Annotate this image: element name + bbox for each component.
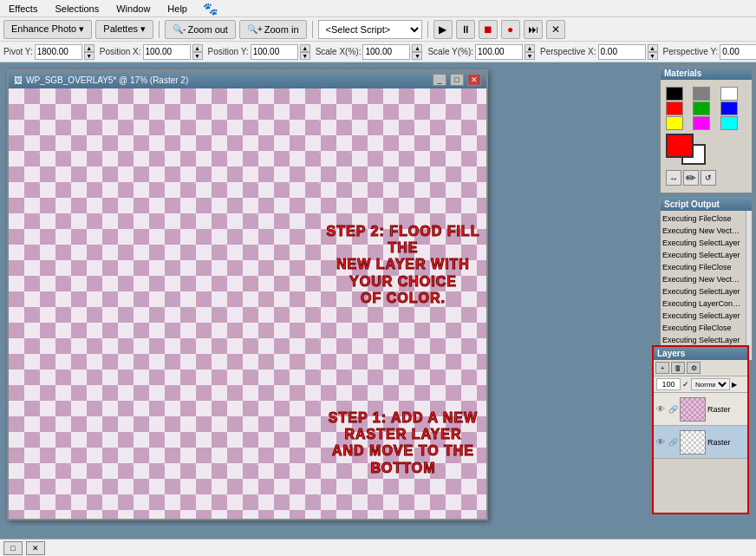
scale-x-spinner[interactable]: ▲ ▼ (412, 44, 422, 60)
cancel-button[interactable]: ✕ (546, 20, 565, 39)
toolbar-separator-3 (427, 21, 428, 38)
position-y-spinner[interactable]: ▲ ▼ (300, 44, 310, 60)
reset-colors-button[interactable]: ↺ (701, 170, 716, 186)
scale-x-field: Scale X(%): ▲ ▼ (316, 44, 423, 60)
zoom-out-icon: 🔍- (173, 24, 186, 34)
layer-1-visibility-icon[interactable]: 👁 (656, 404, 667, 415)
script-select[interactable]: <Select Script> (318, 20, 422, 39)
layers-blend-arrow: ▶ (732, 381, 737, 389)
swatch-gray[interactable] (693, 87, 710, 101)
step1-overlay-text: STEP 1: ADD A NEWRASTER LAYERAND MOVE TO… (321, 409, 486, 476)
perspective-x-spinner[interactable]: ▲ ▼ (648, 44, 658, 60)
foreground-color[interactable] (666, 134, 694, 158)
layers-opacity-row: ✓ Normal Multiply Screen ▶ (654, 376, 747, 393)
swatch-blue[interactable] (720, 101, 738, 115)
enhance-photo-button[interactable]: Enhance Photo ▾ (3, 20, 92, 39)
swatch-white[interactable] (720, 87, 738, 101)
scale-x-label: Scale X(%): (316, 47, 362, 56)
position-x-up[interactable]: ▲ (192, 44, 203, 52)
swatch-magenta[interactable] (693, 116, 710, 130)
pivot-y-down[interactable]: ▼ (84, 52, 94, 60)
scale-x-down[interactable]: ▼ (412, 52, 422, 60)
script-line-2: Executing New Vector L... (662, 225, 744, 237)
eyedropper-button[interactable]: ✏ (683, 170, 699, 186)
scale-x-up[interactable]: ▲ (412, 44, 422, 52)
layer-2-name: Raster (707, 438, 731, 447)
layer-2-visibility-icon[interactable]: 👁 (656, 437, 667, 448)
play-button[interactable]: ▶ (433, 20, 453, 39)
scale-x-input[interactable] (362, 44, 410, 60)
swap-colors-button[interactable]: ↔ (666, 170, 681, 186)
swatch-green[interactable] (693, 101, 710, 115)
swatch-black[interactable] (666, 87, 683, 101)
position-y-input[interactable] (251, 44, 298, 60)
layer-1-name: Raster (707, 405, 731, 414)
zoom-in-button[interactable]: 🔍+ Zoom in (239, 20, 307, 39)
status-bar: □ ✕ (0, 539, 756, 556)
scale-y-spinner[interactable]: ▲ ▼ (525, 44, 535, 60)
swatch-cyan[interactable] (720, 116, 738, 130)
script-line-10: Executing FileClose (662, 322, 744, 334)
perspective-y-input[interactable] (720, 44, 756, 60)
scale-y-input[interactable] (475, 44, 523, 60)
script-line-7: Executing SelectLayer (662, 285, 744, 298)
record-button[interactable]: ● (501, 20, 520, 39)
materials-panel: Materials (660, 66, 753, 193)
layers-toolbar: + 🗑 ⚙ (654, 360, 747, 376)
perspective-x-down[interactable]: ▼ (648, 52, 658, 60)
position-y-down[interactable]: ▼ (300, 52, 310, 60)
menu-window[interactable]: Window (111, 2, 155, 16)
pause-button[interactable]: ⏸ (456, 20, 475, 39)
script-line-5: Executing FileClose (662, 261, 744, 273)
perspective-x-input[interactable] (598, 44, 646, 60)
script-line-6: Executing New Vector L... (662, 273, 744, 285)
layers-new-button[interactable]: + (655, 362, 669, 374)
swatch-yellow[interactable] (666, 116, 683, 130)
palettes-button[interactable]: Palettes ▾ (95, 20, 153, 39)
layer-item-2[interactable]: 👁 🔗 Raster (654, 426, 747, 459)
canvas-maximize-button[interactable]: □ (450, 74, 464, 86)
layers-opacity-input[interactable] (656, 378, 681, 390)
position-y-field: Position Y: ▲ ▼ (208, 44, 310, 60)
scale-y-down[interactable]: ▼ (525, 52, 535, 60)
main-area: 🖼 WP_SGB_OVERLAY5* @ 17% (Raster 2) _ □ … (0, 62, 756, 539)
perspective-y-label: Perspective Y: (663, 47, 719, 56)
position-x-input[interactable] (143, 44, 191, 60)
canvas-close-button[interactable]: ✕ (467, 74, 481, 86)
status-btn-2[interactable]: ✕ (26, 541, 45, 555)
pivot-y-up[interactable]: ▲ (84, 44, 94, 52)
script-scrollbar[interactable] (746, 211, 752, 360)
menu-bar: Effects Selections Window Help 🐾 (0, 0, 756, 17)
swatch-red[interactable] (666, 101, 683, 115)
zoom-out-button[interactable]: 🔍- Zoom out (165, 20, 236, 39)
layers-blend-mode-select[interactable]: Normal Multiply Screen (691, 378, 730, 390)
canvas-minimize-button[interactable]: _ (433, 74, 446, 86)
layer-item-1[interactable]: 👁 🔗 Raster (654, 393, 747, 426)
layers-properties-button[interactable]: ⚙ (687, 362, 701, 374)
perspective-y-field: Perspective Y: ▲ ▼ (663, 44, 756, 60)
menu-help[interactable]: Help (162, 2, 192, 16)
position-x-down[interactable]: ▼ (192, 52, 203, 60)
scale-y-up[interactable]: ▲ (525, 44, 535, 52)
script-output-title: Script Output (661, 198, 752, 211)
toolbar-separator-2 (312, 21, 313, 38)
perspective-x-up[interactable]: ▲ (648, 44, 658, 52)
canvas-icon: 🖼 (14, 75, 23, 85)
stop-button[interactable]: ⏹ (479, 20, 498, 39)
pivot-y-input[interactable] (35, 44, 82, 60)
pivot-y-spinner[interactable]: ▲ ▼ (84, 44, 94, 60)
layers-delete-button[interactable]: 🗑 (671, 362, 685, 374)
layer-2-thumbnail (680, 430, 706, 455)
script-line-9: Executing SelectLayer (662, 310, 744, 322)
status-btn-1[interactable]: □ (3, 541, 23, 555)
script-line-8: Executing LayerConvert... (662, 298, 744, 310)
skip-button[interactable]: ⏭ (524, 20, 543, 39)
menu-effects[interactable]: Effects (3, 2, 42, 16)
position-y-up[interactable]: ▲ (300, 44, 310, 52)
position-x-spinner[interactable]: ▲ ▼ (192, 44, 203, 60)
pivot-y-field: Pivot Y: ▲ ▼ (3, 44, 94, 60)
zoom-in-icon: 🔍+ (247, 24, 263, 34)
canvas-checkerboard[interactable]: STEP 2: FLOOD FILL THENEW LAYER WITH YOU… (9, 88, 486, 519)
menu-selections[interactable]: Selections (49, 2, 104, 16)
layer-1-link-icon: 🔗 (668, 405, 678, 414)
